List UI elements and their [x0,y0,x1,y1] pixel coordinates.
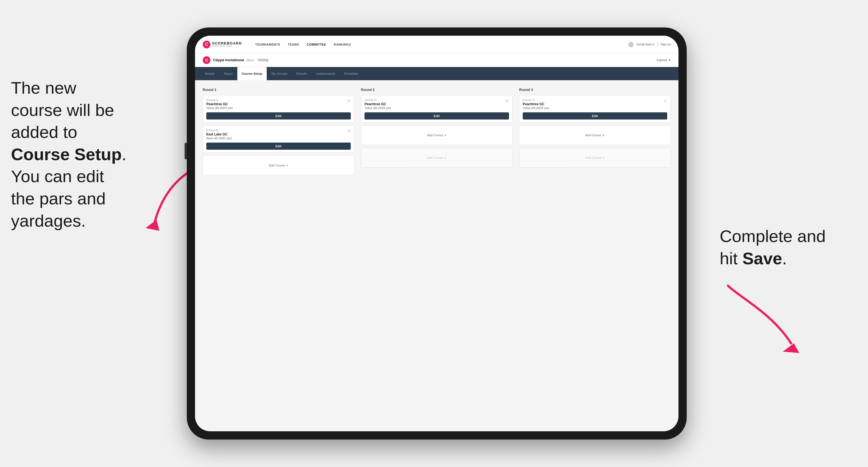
sub-nav: Details Teams Course Setup Tee Groups Re… [195,67,679,80]
round-2-title: Round 2 [361,88,513,92]
round-3-course-a-label: (Course A) [523,99,667,101]
round-1-course-a-details: Yellow (M) (6629 yds) [206,106,351,110]
round-1-course-a-edit-button[interactable]: Edit [206,112,351,120]
tab-results[interactable]: Results [292,67,311,80]
annotation-left-line1: The new [11,78,76,97]
tab-teams[interactable]: Teams [219,67,237,80]
cancel-icon: ✕ [668,58,671,62]
round-3-add-course-2-text: Add Course [585,156,601,159]
tournament-name: Clippd Invitational [213,58,244,62]
nav-link-rankings[interactable]: RANKINGS [334,43,351,46]
round-1-course-a-name: Peachtree GC [206,102,351,106]
arrow-right [717,280,805,357]
round-3-course-a-name: Peachtree GC [523,102,667,106]
round-2-course-a-details: Yellow (M) (6629 yds) [365,106,509,110]
nav-avatar [628,42,634,47]
app-content: C SCOREBOARD Powered by clippd TOURNAMEN… [195,36,679,431]
annotation-left-line6: the pars and [11,189,106,208]
round-3-course-a-details: Yellow (M) (6629 yds) [523,106,667,110]
tab-details[interactable]: Details [200,67,219,80]
round-3-add-course-1-plus: + [602,133,604,137]
round-2-add-course-1-plus: + [444,133,446,137]
annotation-left-line7: yardages. [11,211,86,230]
round-3-add-course-1-text: Add Course [585,133,601,137]
round-1-column: Round 1 ⊘ (Course A) Peachtree GC Yellow… [203,88,354,178]
nav-user-email: blair@clippd.io [637,43,655,46]
svg-marker-1 [783,343,799,353]
round-2-add-course-1-label: Add Course + [427,133,446,137]
round-2-course-a-name: Peachtree GC [365,102,509,106]
tab-tee-groups[interactable]: Tee Groups [267,67,292,80]
nav-link-committee[interactable]: COMMITTEE [307,43,326,46]
annotation-left-line5: You can edit [11,167,104,186]
round-1-course-b-card: ⊘ (Course B) East Lake GC Black (M) (689… [203,125,354,153]
round-2-course-a-label: (Course A) [365,99,509,101]
nav-link-tournaments[interactable]: TOURNAMENTS [255,43,280,46]
svg-marker-0 [146,220,159,231]
round-1-course-b-details: Black (M) (6891 yds) [206,137,351,140]
round-3-column: Round 3 ⊘ (Course A) Peachtree GC Yellow… [519,88,671,178]
round-1-course-b-label: (Course B) [206,129,351,132]
cancel-button[interactable]: Cancel ✕ [657,58,671,62]
round-3-add-course-1-label: Add Course + [585,133,604,137]
round-3-course-a-card: ⊘ (Course A) Peachtree GC Yellow (M) (66… [519,95,671,123]
tournament-badge: Hosting [257,58,270,62]
round-2-add-course-2-text: Add Course [427,156,443,159]
round-3-course-a-edit-button[interactable]: Edit [523,112,667,120]
annotation-right-line1: Complete and [720,227,826,246]
round-1-add-course-1-label: Add Course + [269,163,288,167]
round-1-course-b-name: East Lake GC [206,132,351,136]
round-1-title: Round 1 [203,88,354,92]
top-nav: C SCOREBOARD Powered by clippd TOURNAMEN… [195,36,679,53]
round-2-add-course-1[interactable]: Add Course + [361,125,513,145]
brand-sub: Powered by clippd [212,45,242,47]
nav-right: blair@clippd.io | Sign out [628,42,671,47]
tournament-type: (Men) [246,59,254,62]
annotation-right-bold: Save [742,249,782,268]
nav-links: TOURNAMENTS TEAMS COMMITTEE RANKINGS [255,43,351,46]
cancel-label: Cancel [657,58,667,62]
brand-text: SCOREBOARD Powered by clippd [212,41,242,47]
tournament-bar: C Clippd Invitational (Men) Hosting Canc… [195,53,679,67]
round-3-add-course-1[interactable]: Add Course + [519,125,671,145]
round-1-add-course-1-text: Add Course [269,164,285,167]
round-1-course-b-delete-icon[interactable]: ⊘ [346,128,351,133]
round-2-course-a-delete-icon[interactable]: ⊘ [505,98,509,103]
nav-link-teams[interactable]: TEAMS [288,43,299,46]
annotation-left-line3: added to [11,123,77,142]
tablet-shell: C SCOREBOARD Powered by clippd TOURNAMEN… [187,28,687,439]
round-2-course-a-edit-button[interactable]: Edit [365,112,509,120]
round-1-course-a-card: ⊘ (Course A) Peachtree GC Yellow (M) (66… [203,95,354,123]
round-2-course-a-card: ⊘ (Course A) Peachtree GC Yellow (M) (66… [361,95,513,123]
main-content: Round 1 ⊘ (Course A) Peachtree GC Yellow… [195,80,679,431]
tablet-screen: C SCOREBOARD Powered by clippd TOURNAMEN… [195,36,679,431]
round-1-add-course-1[interactable]: Add Course + [203,155,354,175]
tab-printables[interactable]: Printables [340,67,363,80]
round-2-add-course-2-label: Add Course + [427,155,446,160]
rounds-grid: Round 1 ⊘ (Course A) Peachtree GC Yellow… [203,88,671,178]
round-1-course-a-delete-icon[interactable]: ⊘ [346,98,351,103]
brand-icon: C [203,41,210,48]
tab-course-setup[interactable]: Course Setup [237,67,267,80]
round-2-add-course-2-plus: + [444,155,446,160]
round-3-title: Round 3 [519,88,671,92]
round-2-column: Round 2 ⊘ (Course A) Peachtree GC Yellow… [361,88,513,178]
round-1-add-course-1-plus: + [286,163,288,167]
round-3-add-course-2-plus: + [602,155,604,160]
round-2-add-course-2: Add Course + [361,148,513,167]
round-3-add-course-2: Add Course + [519,148,671,167]
annotation-right: Complete and hit Save. [720,225,851,270]
round-1-course-b-edit-button[interactable]: Edit [206,143,351,150]
nav-separator: | [657,43,658,46]
tab-leaderboards[interactable]: Leaderboards [311,67,340,80]
tablet-side-button [185,143,187,159]
annotation-left-line2: course will be [11,100,114,120]
nav-sign-out[interactable]: Sign out [661,43,671,46]
annotation-right-line2: hit [720,249,742,268]
round-3-add-course-2-label: Add Course + [585,155,604,160]
brand-logo: C SCOREBOARD Powered by clippd [203,41,242,48]
round-3-course-a-delete-icon[interactable]: ⊘ [663,98,668,103]
annotation-left-bold: Course Setup [11,145,122,164]
round-1-course-a-label: (Course A) [206,99,351,101]
tournament-logo: C [203,56,210,64]
